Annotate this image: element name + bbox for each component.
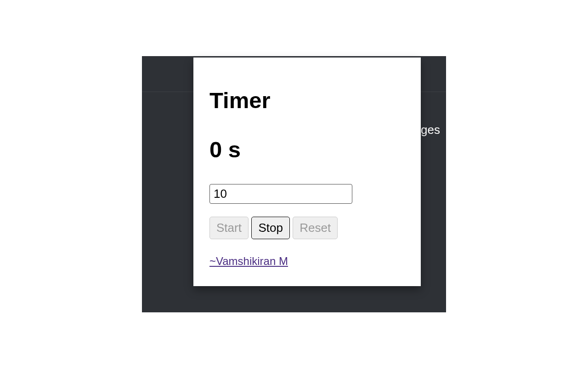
- timer-value: 0 s: [209, 138, 405, 161]
- viewport: ges Timer 0 s Start Stop Reset ~Vamshiki…: [0, 0, 588, 368]
- background-panel: ges Timer 0 s Start Stop Reset ~Vamshiki…: [142, 56, 446, 312]
- start-button[interactable]: Start: [209, 217, 249, 239]
- reset-button[interactable]: Reset: [293, 217, 338, 239]
- credit-link[interactable]: ~Vamshikiran M: [209, 255, 288, 268]
- button-row: Start Stop Reset: [209, 217, 405, 239]
- timer-title: Timer: [209, 87, 405, 113]
- timer-input[interactable]: [209, 184, 352, 204]
- stop-button[interactable]: Stop: [251, 217, 290, 239]
- background-label-pages: ges: [421, 123, 440, 137]
- timer-card: Timer 0 s Start Stop Reset ~Vamshikiran …: [193, 58, 421, 286]
